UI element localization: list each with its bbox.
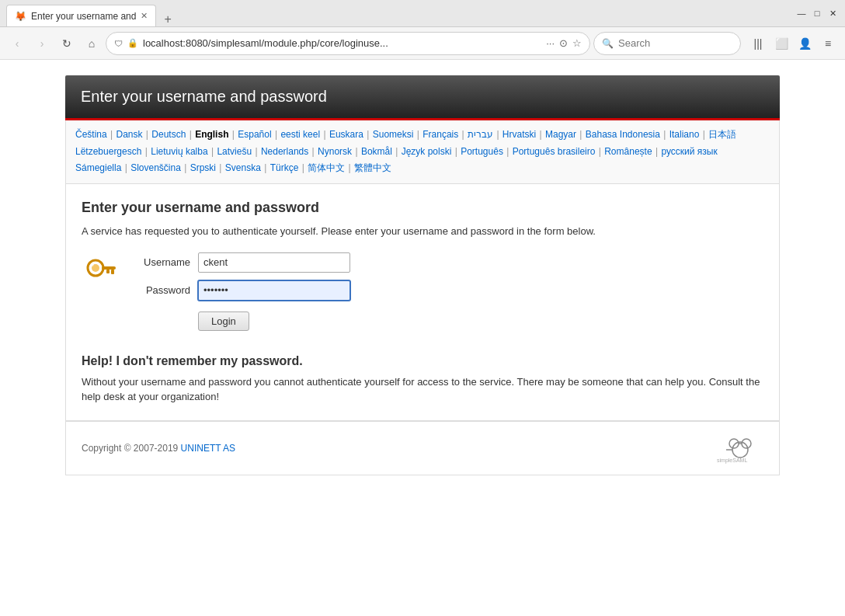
nav-bar: ‹ › ↻ ⌂ 🛡 🔒 localhost:8080/simplesaml/mo… [0,27,845,60]
lang-zhcn[interactable]: 简体中文 [308,162,345,173]
tab-favicon: 🦊 [15,11,26,22]
lang-ptbr[interactable]: Português brasileiro [513,146,596,157]
lock-icon: 🔒 [127,38,138,48]
lang-id[interactable]: Bahasa Indonesia [586,129,660,140]
intro-text: A service has requested you to authentic… [82,225,763,237]
tab-title: Enter your username and [31,11,136,22]
main-container: Enter your username and password Čeština… [65,75,780,600]
pocket-icon[interactable]: ⊙ [559,37,568,49]
form-title: Enter your username and password [82,200,763,216]
tab-bar: 🦊 Enter your username and ✕ + [6,0,789,26]
lang-sl[interactable]: Slovenščina [130,162,181,173]
password-field[interactable] [198,280,350,301]
lang-lt[interactable]: Lietuvių kalba [151,146,207,157]
menu-button[interactable]: ≡ [817,33,839,54]
copyright-text: Copyright © 2007-2019 UNINETT AS [82,443,235,454]
lang-sr[interactable]: Srpski [190,162,216,173]
container-button[interactable]: ⬜ [770,33,792,54]
help-section: Help! I don't remember my password. With… [82,354,763,405]
header-title: Enter your username and password [81,88,764,106]
language-bar: Čeština | Dansk | Deutsch | English | Es… [65,120,780,184]
login-row: Login [136,308,350,331]
lang-lb[interactable]: Lëtzebuergesch [75,146,141,157]
content-area: Enter your username and password A servi… [65,184,780,421]
lang-cs[interactable]: Čeština [75,129,107,140]
lang-nl[interactable]: Nederlands [261,146,308,157]
svg-point-8 [742,439,751,448]
lang-nb[interactable]: Bokmål [361,146,392,157]
nav-right-icons: ||| ⬜ 👤 ≡ [747,33,839,54]
password-label: Password [136,284,190,296]
title-bar: 🦊 Enter your username and ✕ + — □ ✕ [0,0,845,27]
lang-hr[interactable]: Hrvatski [502,129,536,140]
lang-es[interactable]: Español [238,129,271,140]
svg-point-7 [729,439,739,448]
refresh-button[interactable]: ↻ [56,33,78,54]
lang-de[interactable]: Deutsch [151,129,186,140]
back-button[interactable]: ‹ [6,33,28,54]
key-icon [82,252,120,294]
lang-pt[interactable]: Português [461,146,503,157]
lang-et[interactable]: eesti keel [280,129,320,140]
address-icons: ··· ⊙ ☆ [546,37,582,49]
password-row: Password [136,280,350,301]
more-icon[interactable]: ··· [546,37,555,49]
header-banner: Enter your username and password [65,75,780,120]
address-url: localhost:8080/simplesaml/module.php/cor… [143,37,541,49]
simplesaml-logo: simpleSAML [717,433,763,464]
search-bar[interactable]: 🔍 [593,32,741,55]
username-field[interactable] [198,252,350,273]
tab-close-button[interactable]: ✕ [141,11,148,21]
lang-hu[interactable]: Magyar [545,129,576,140]
page-footer: Copyright © 2007-2019 UNINETT AS simpleS… [65,421,780,475]
svg-rect-2 [102,266,116,270]
lang-sv[interactable]: Svenska [225,162,261,173]
close-button[interactable]: ✕ [826,7,839,19]
new-tab-button[interactable]: + [159,12,176,26]
lang-lv[interactable]: Latviešu [217,146,252,157]
forward-button[interactable]: › [31,33,53,54]
lang-ja[interactable]: 日本語 [708,129,736,140]
search-icon: 🔍 [602,38,614,49]
search-input[interactable] [618,37,727,49]
security-icon: 🛡 [114,39,123,48]
profile-button[interactable]: 👤 [794,33,815,54]
lang-en: English [195,129,228,140]
svg-point-6 [732,442,748,458]
address-bar[interactable]: 🛡 🔒 localhost:8080/simplesaml/module.php… [106,32,590,55]
svg-rect-3 [111,270,114,274]
page-content: Enter your username and password Čeština… [0,60,845,616]
form-fields: Username Password Login [136,252,350,331]
help-heading: Help! I don't remember my password. [82,354,763,368]
username-label: Username [136,256,190,268]
lang-ro[interactable]: Românește [604,146,652,157]
uninett-link[interactable]: UNINETT AS [181,443,235,454]
minimize-button[interactable]: — [795,7,808,19]
lang-zhtw[interactable]: 繁體中文 [354,162,391,173]
svg-point-5 [91,263,94,266]
lang-pl[interactable]: Język polski [402,146,452,157]
window-controls: — □ ✕ [795,7,839,19]
help-text: Without your username and password you c… [82,374,763,405]
lang-fi[interactable]: Suomeksi [373,129,414,140]
lang-ru[interactable]: русский язык [661,146,717,157]
browser-window: 🦊 Enter your username and ✕ + — □ ✕ ‹ › … [0,0,845,616]
lang-fr[interactable]: Français [422,129,458,140]
lang-eu[interactable]: Euskara [329,129,363,140]
lang-se[interactable]: Sámegiella [75,162,121,173]
svg-rect-4 [106,270,110,273]
svg-text:simpleSAML: simpleSAML [717,458,747,464]
lang-he[interactable]: עברית [468,129,493,140]
bookmark-icon[interactable]: ☆ [572,37,582,49]
username-row: Username [136,252,350,273]
active-tab[interactable]: 🦊 Enter your username and ✕ [6,5,156,26]
lang-nn[interactable]: Nynorsk [318,146,352,157]
login-button[interactable]: Login [198,311,249,331]
lang-tr[interactable]: Türkçe [270,162,299,173]
login-form: Username Password Login [82,252,763,331]
home-button[interactable]: ⌂ [81,33,103,54]
lang-it[interactable]: Italiano [669,129,700,140]
lang-da[interactable]: Dansk [116,129,142,140]
sidebar-button[interactable]: ||| [747,33,769,54]
maximize-button[interactable]: □ [811,7,823,19]
